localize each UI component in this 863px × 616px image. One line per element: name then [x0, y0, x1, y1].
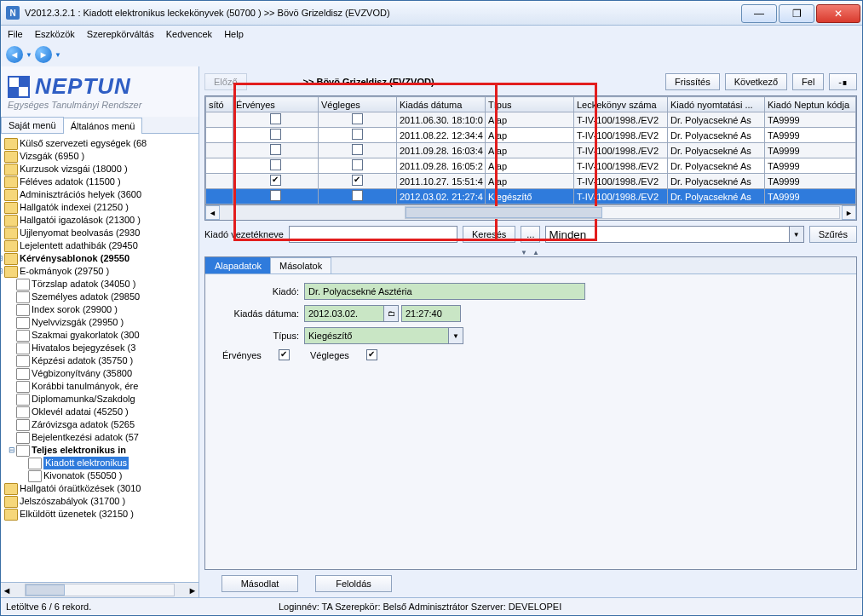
tab-copies[interactable]: Másolatok — [270, 257, 331, 273]
grid-header[interactable]: Végleges — [319, 97, 397, 112]
grid-hscroll[interactable]: ◄ ► — [204, 205, 857, 221]
tree-item[interactable]: Külső szervezeti egységek (68 — [4, 137, 197, 150]
tree-item[interactable]: Kiadott elektronikus — [28, 457, 197, 469]
tree-item[interactable]: Nyelvvizsgák (29950 ) — [16, 316, 197, 329]
search-input[interactable] — [289, 226, 457, 243]
table-row[interactable]: 2011.08.22. 12:34:4AlapT-IV-100/1998./EV… — [206, 128, 856, 143]
row-checkbox[interactable] — [270, 159, 281, 170]
row-checkbox[interactable] — [352, 129, 363, 140]
calendar-icon[interactable]: 🗀 — [384, 305, 399, 322]
minimize-button[interactable]: — — [741, 4, 777, 23]
row-checkbox[interactable] — [352, 144, 363, 155]
valid-checkbox[interactable] — [279, 349, 290, 360]
duplicate-button[interactable]: Másodlat — [222, 575, 298, 592]
row-checkbox[interactable] — [352, 113, 363, 124]
issue-time-value[interactable]: 21:27:40 — [401, 305, 461, 322]
nav-back-button[interactable]: ◄ — [6, 46, 23, 63]
tree-item[interactable]: Törzslap adatok (34050 ) — [16, 278, 197, 291]
tree-item[interactable]: Korábbi tanulmányok, ére — [16, 380, 197, 393]
menu-file[interactable]: File — [8, 29, 23, 39]
grid-header[interactable]: Kiadó nyomtatási ... — [668, 97, 765, 112]
records-grid[interactable]: sítóÉrvényesVéglegesKiadás dátumaTípusLe… — [204, 95, 857, 205]
tree-item[interactable]: Féléves adatok (11500 ) — [4, 176, 197, 188]
nav-tree[interactable]: Külső szervezeti egységek (68Vizsgák (69… — [1, 134, 198, 582]
tree-item[interactable]: Adminisztrációs helyek (3600 — [4, 188, 197, 201]
tree-item[interactable]: Hallgatói igazolások (21300 ) — [4, 214, 197, 227]
row-checkbox[interactable] — [352, 175, 363, 186]
nav-forward-button[interactable]: ► — [35, 46, 52, 63]
tree-item[interactable]: Lejelentett adathibák (29450 — [4, 239, 197, 252]
table-row[interactable]: 2011.09.28. 16:03:4AlapT-IV-100/1998./EV… — [206, 143, 856, 158]
prev-record-button[interactable]: Előző — [204, 73, 247, 90]
row-checkbox[interactable] — [270, 113, 281, 124]
tree-item[interactable]: Bejelentkezési adatok (57 — [16, 431, 197, 444]
grid-header[interactable]: sító — [206, 97, 233, 112]
folder-icon — [4, 253, 18, 265]
tree-item[interactable]: Szakmai gyakorlatok (300 — [16, 329, 197, 342]
row-checkbox[interactable] — [270, 190, 281, 201]
final-checkbox[interactable] — [366, 349, 377, 360]
grid-header[interactable]: Kiadó Neptun kódja — [765, 97, 856, 112]
tree-item[interactable]: Index sorok (29900 ) — [16, 303, 197, 316]
tab-basic-data[interactable]: Alapadatok — [205, 257, 271, 273]
table-row[interactable]: 2011.10.27. 15:51:4AlapT-IV-100/1998./EV… — [206, 174, 856, 189]
tree-item[interactable]: Elküldött üzenetek (32150 ) — [4, 508, 197, 521]
tree-item[interactable]: ⊟Teljes elektronikus in — [16, 444, 197, 457]
menu-help[interactable]: Help — [224, 29, 244, 39]
tree-item[interactable]: Kurzusok vizsgái (18000 ) — [4, 163, 197, 176]
tree-item[interactable]: Hivatalos bejegyzések (3 — [16, 342, 197, 354]
tree-item[interactable]: Személyes adatok (29850 — [16, 291, 197, 303]
grid-header[interactable]: Típus — [486, 97, 574, 112]
grid-header[interactable]: Érvényes — [233, 97, 319, 112]
row-checkbox[interactable] — [270, 129, 281, 140]
tree-item[interactable]: Kivonatok (55050 ) — [28, 469, 197, 482]
tree-item[interactable]: Hallgatói óraütközések (3010 — [4, 482, 197, 495]
tree-item[interactable]: ⊟E-okmányok (29750 ) — [4, 265, 197, 278]
search-button[interactable]: Keresés — [463, 226, 515, 243]
tree-item[interactable]: Képzési adatok (35750 ) — [16, 354, 197, 367]
up-button[interactable]: Fel — [792, 73, 824, 90]
row-checkbox[interactable] — [270, 144, 281, 155]
search-more-button[interactable]: ... — [521, 226, 540, 243]
issue-date-value[interactable]: 2012.03.02. — [304, 305, 384, 322]
menu-roleswitch[interactable]: Szerepkörváltás — [87, 29, 154, 39]
tree-item[interactable]: Ujjlenyomat beolvasás (2930 — [4, 227, 197, 239]
tree-hscroll[interactable]: ◄ ► — [1, 582, 198, 597]
next-record-button[interactable]: Következő — [725, 73, 787, 90]
table-row[interactable]: 2011.06.30. 18:10:0AlapT-IV-100/1998./EV… — [206, 112, 856, 128]
row-checkbox[interactable] — [352, 190, 363, 201]
row-checkbox[interactable] — [270, 175, 281, 186]
refresh-button[interactable]: Frissítés — [665, 73, 720, 90]
tree-item[interactable]: Vizsgák (6950 ) — [4, 150, 197, 163]
tree-item[interactable]: Végbizonyítvány (35800 — [16, 367, 197, 380]
filter-button[interactable]: Szűrés — [809, 226, 857, 243]
filter-combo-drop[interactable]: ▼ — [790, 226, 804, 243]
tree-item[interactable]: Oklevél adatai (45250 ) — [16, 406, 197, 418]
tab-general-menu[interactable]: Általános menü — [63, 118, 143, 134]
type-combo-drop[interactable]: ▼ — [449, 327, 463, 344]
close-button[interactable]: ✕ — [816, 4, 860, 23]
unlock-button[interactable]: Feloldás — [315, 575, 392, 592]
row-checkbox[interactable] — [352, 159, 363, 170]
menu-tools[interactable]: Eszközök — [35, 29, 75, 39]
maximize-button[interactable]: ❐ — [779, 4, 814, 23]
nav-back-drop[interactable]: ▼ — [25, 51, 33, 59]
nav-forward-drop[interactable]: ▼ — [54, 51, 62, 59]
splitter[interactable]: ▼ ▲ — [204, 248, 857, 256]
tree-item[interactable]: Záróvizsga adatok (5265 — [16, 418, 197, 431]
tab-own-menu[interactable]: Saját menü — [1, 117, 64, 133]
filter-combo[interactable] — [545, 226, 789, 243]
type-combo[interactable]: Kiegészítő — [304, 327, 449, 344]
pin-button[interactable]: -∎ — [829, 73, 857, 90]
grid-header[interactable]: Leckekönyv száma — [574, 97, 668, 112]
tree-item[interactable]: Jelszószabályok (31700 ) — [4, 495, 197, 508]
table-row[interactable]: 2011.09.28. 16:05:2AlapT-IV-100/1998./EV… — [206, 158, 856, 174]
tree-item[interactable]: ⊞Kérvénysablonok (29550 — [4, 252, 197, 265]
status-login: Loginnév: TA Szerepkör: Belső Adminisztr… — [279, 602, 857, 612]
tree-item[interactable]: Hallgatók indexei (21250 ) — [4, 201, 197, 214]
table-row[interactable]: 2012.03.02. 21:27:4KiegészítőT-IV-100/19… — [206, 189, 856, 204]
grid-header[interactable]: Kiadás dátuma — [397, 97, 486, 112]
menu-favorites[interactable]: Kedvencek — [166, 29, 212, 39]
tree-item[interactable]: Diplomamunka/Szakdolg — [16, 393, 197, 406]
issuer-value: Dr. Polyacsekné Asztéria — [304, 283, 585, 300]
